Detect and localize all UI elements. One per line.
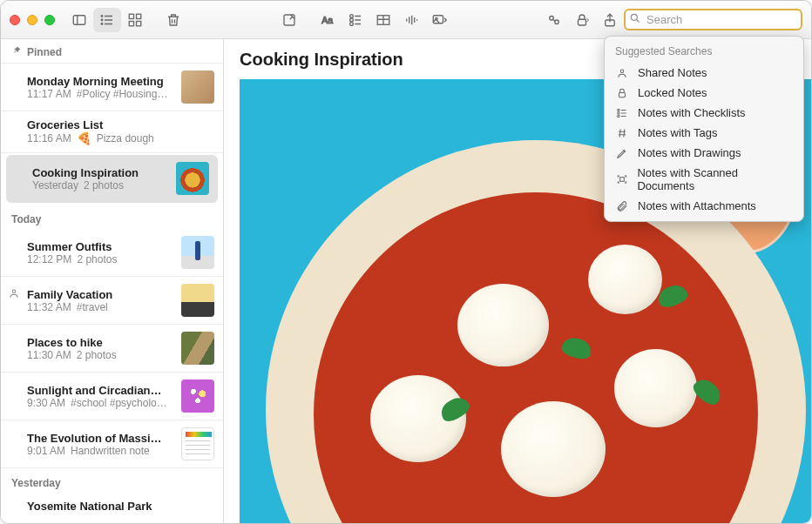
- notes-sidebar: Pinned Monday Morning Meeting 11:17 AM#P…: [1, 39, 224, 523]
- suggestion-locked-notes[interactable]: Locked Notes: [605, 83, 803, 103]
- svg-rect-11: [137, 21, 141, 25]
- note-time: 11:32 AM: [27, 301, 71, 313]
- note-item-sunlight-circadian[interactable]: Sunlight and Circadian… 9:30 AM#school #…: [1, 373, 223, 420]
- svg-point-36: [12, 290, 16, 293]
- checklist-icon: [615, 107, 629, 119]
- cheese-blob: [614, 349, 697, 427]
- pencil-icon: [615, 147, 629, 159]
- svg-rect-8: [129, 14, 133, 18]
- note-item-cooking-inspiration[interactable]: Cooking Inspiration Yesterday2 photos: [6, 155, 218, 203]
- svg-point-43: [618, 115, 619, 117]
- note-title: Family Vacation: [27, 288, 174, 301]
- svg-point-7: [101, 23, 103, 24]
- list-view-button[interactable]: [93, 8, 121, 32]
- svg-point-34: [631, 14, 637, 20]
- note-thumbnail: [181, 71, 214, 104]
- lock-note-button[interactable]: [568, 8, 596, 32]
- note-title: Places to hike: [27, 336, 174, 349]
- svg-rect-38: [619, 92, 626, 97]
- note-item-monday-meeting[interactable]: Monday Morning Meeting 11:17 AM#Policy #…: [1, 64, 223, 111]
- note-subtitle: 2 photos: [84, 179, 124, 191]
- suggestion-attachments[interactable]: Notes with Attachments: [605, 196, 803, 216]
- note-item-groceries[interactable]: Groceries List 11:16 AM🍕Pizza dough: [1, 111, 223, 153]
- svg-point-37: [620, 69, 624, 72]
- toggle-sidebar-button[interactable]: [65, 8, 93, 32]
- svg-line-47: [619, 129, 620, 137]
- pinned-section-header: Pinned: [1, 39, 223, 64]
- suggestion-drawings[interactable]: Notes with Drawings: [605, 143, 803, 163]
- note-thumbnail: [181, 332, 214, 365]
- search-input[interactable]: [624, 9, 802, 30]
- media-button[interactable]: [425, 8, 453, 32]
- note-thumbnail: [181, 236, 214, 269]
- note-thumbnail: [181, 427, 214, 460]
- svg-rect-32: [579, 19, 586, 25]
- pizza-icon: 🍕: [77, 131, 91, 145]
- note-thumbnail: [181, 380, 214, 413]
- note-title: Summer Outfits: [27, 240, 174, 253]
- link-note-button[interactable]: [540, 8, 568, 32]
- suggestion-label: Notes with Checklists: [638, 106, 746, 119]
- cheese-blob: [457, 284, 549, 366]
- dropdown-header: Suggested Searches: [605, 42, 803, 63]
- note-title: Yosemite National Park: [27, 500, 214, 513]
- svg-line-48: [624, 129, 625, 137]
- svg-rect-9: [137, 14, 141, 18]
- note-thumbnail: [176, 162, 209, 195]
- delete-note-button[interactable]: [159, 8, 187, 32]
- note-item-yosemite[interactable]: Yosemite National Park: [1, 493, 223, 520]
- suggestion-label: Shared Notes: [638, 66, 707, 79]
- search-field-wrap: [624, 9, 802, 30]
- search-icon: [629, 12, 641, 28]
- suggestion-scanned[interactable]: Notes with Scanned Documents: [605, 163, 803, 196]
- window-controls: [10, 15, 55, 25]
- note-time: 11:16 AM: [27, 132, 71, 144]
- svg-point-16: [349, 18, 353, 22]
- svg-point-14: [349, 14, 353, 17]
- suggestion-label: Locked Notes: [638, 86, 707, 99]
- suggestion-label: Notes with Tags: [638, 126, 718, 139]
- format-button[interactable]: Aa: [314, 8, 342, 32]
- cheese-blob: [588, 245, 662, 314]
- suggestion-checklists[interactable]: Notes with Checklists: [605, 103, 803, 123]
- svg-point-5: [101, 15, 103, 17]
- note-title: Monday Morning Meeting: [27, 75, 174, 88]
- note-time: 12:12 PM: [27, 253, 71, 265]
- note-item-places-to-hike[interactable]: Places to hike 11:30 AM2 photos: [1, 325, 223, 373]
- scan-icon: [615, 173, 628, 185]
- suggestion-label: Notes with Attachments: [638, 199, 756, 212]
- notes-window: Aa: [0, 0, 812, 524]
- svg-rect-49: [619, 178, 624, 182]
- note-title: Sunlight and Circadian…: [27, 384, 174, 397]
- new-note-button[interactable]: [275, 8, 303, 32]
- audio-button[interactable]: [397, 8, 425, 32]
- table-button[interactable]: [369, 8, 397, 32]
- suggestion-tags[interactable]: Notes with Tags: [605, 123, 803, 143]
- paperclip-icon: [615, 200, 629, 212]
- note-time: 11:30 AM: [27, 349, 71, 361]
- zoom-window-button[interactable]: [44, 15, 55, 25]
- share-button[interactable]: [596, 8, 624, 32]
- note-title: Groceries List: [27, 118, 214, 131]
- gallery-view-button[interactable]: [121, 8, 149, 32]
- note-item-family-vacation[interactable]: Family Vacation 11:32 AM#travel: [1, 277, 223, 325]
- minimize-window-button[interactable]: [27, 15, 37, 25]
- checklist-button[interactable]: [342, 8, 369, 32]
- people-icon: [615, 67, 629, 79]
- note-thumbnail: [181, 284, 214, 317]
- titlebar: Aa: [1, 1, 811, 39]
- pinned-label: Pinned: [27, 46, 62, 58]
- note-item-summer-outfits[interactable]: Summer Outfits 12:12 PM2 photos: [1, 229, 223, 277]
- note-item-evolution-massive[interactable]: The Evolution of Massi… 9:01 AMHandwritt…: [1, 420, 223, 468]
- note-time: 9:30 AM: [27, 397, 65, 409]
- note-subtitle: Handwritten note: [71, 445, 150, 457]
- suggestion-shared-notes[interactable]: Shared Notes: [605, 63, 803, 83]
- svg-rect-0: [73, 15, 85, 24]
- svg-rect-10: [129, 21, 133, 25]
- close-window-button[interactable]: [10, 15, 20, 25]
- note-title: Cooking Inspiration: [32, 166, 169, 179]
- svg-point-18: [349, 22, 353, 25]
- svg-point-41: [618, 111, 619, 113]
- suggestion-label: Notes with Scanned Documents: [637, 166, 793, 192]
- cheese-blob: [501, 401, 606, 497]
